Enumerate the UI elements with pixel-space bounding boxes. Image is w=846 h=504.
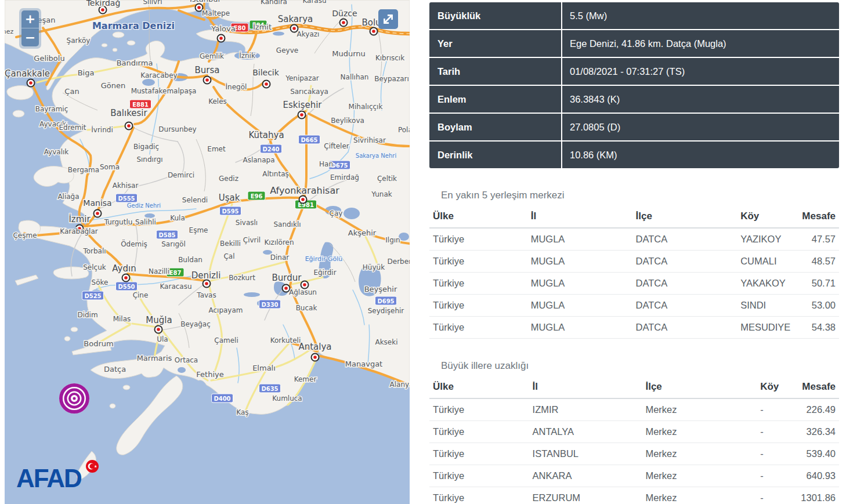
detail-label: Tarih [429, 58, 562, 86]
table-cell: Merkez [642, 421, 757, 443]
map-label: Bigadiç [133, 143, 159, 151]
table-cell: Türkiye [429, 421, 529, 443]
table-cell: YAZIKOY [737, 229, 798, 251]
road-badge: D595 [220, 206, 241, 215]
map-label: Bandırma [117, 59, 153, 67]
map-label: Muğla [146, 315, 172, 325]
road-badge: D635 [259, 384, 281, 393]
map-label: Akşehir [348, 229, 377, 237]
map-label: Sarıcakaya [290, 88, 328, 96]
svg-text:D585: D585 [158, 232, 175, 238]
table-cell: 47.57 [798, 229, 839, 251]
table-cell: Türkiye [429, 229, 527, 251]
quake-detail-table: Büyüklük5.5 (Mw)YerEge Denizi, 41.86 km.… [429, 2, 839, 168]
map-label: Çine [133, 291, 149, 299]
table-cell: 53.00 [798, 295, 839, 317]
detail-value: 01/08/2021 - 07:31:27 (TS) [562, 58, 839, 86]
nearest-settlements-table: ÜlkeİlİlçeKöyMesafeTürkiyeMUGLADATCAYAZI… [429, 205, 839, 339]
fullscreen-button[interactable] [378, 9, 398, 29]
table-row: TürkiyeERZURUMMerkez-1301.86 [429, 487, 839, 504]
table-cell: Merkez [642, 399, 757, 421]
table-cell: DATCA [632, 295, 737, 317]
table-cell: - [757, 443, 797, 465]
road-badge: D400 [212, 394, 233, 403]
map-label: Milas [113, 315, 131, 323]
map-label: Ortaca [175, 356, 198, 364]
map-label: Ula [157, 335, 168, 343]
map-label: Denizli [191, 270, 221, 281]
map-label: Alanya [390, 380, 410, 389]
table-cell: Türkiye [429, 295, 527, 317]
map-label: Kızılören [264, 238, 294, 246]
map-label: Çeltik [377, 175, 397, 183]
map-label: Karasu [302, 0, 326, 5]
map-label: Sivrihisar [353, 136, 386, 144]
table-cell: MUGLA [527, 295, 632, 317]
table-cell: DATCA [632, 273, 737, 295]
quake-info-panel: Büyüklük5.5 (Mw)YerEge Denizi, 41.86 km.… [429, 2, 839, 504]
map-label: Gediz [219, 175, 238, 183]
column-header: Mesafe [798, 205, 839, 229]
map-label: Sındırgı [136, 155, 162, 164]
water-label: Marmara Denizi [92, 20, 175, 31]
map-label: Ödemiş [121, 239, 147, 248]
road-badge: D665 [299, 135, 320, 144]
road-badge: D330 [259, 300, 281, 309]
svg-text:D555: D555 [118, 195, 135, 202]
table-cell: - [757, 487, 797, 504]
table-cell: DATCA [632, 251, 737, 273]
city-marker-Çanakkale [27, 79, 35, 87]
road-badge: D240 [261, 144, 282, 153]
map-label: Mustafakemalpaşa [131, 87, 197, 95]
table-row: TürkiyeISTANBULMerkez-539.40 [429, 443, 839, 465]
detail-value: 5.5 (Mw) [562, 2, 839, 30]
map-label: Bursa [195, 65, 220, 75]
table-cell: ISTANBUL [529, 443, 642, 465]
svg-text:D525: D525 [84, 293, 101, 299]
table-cell: MUGLA [527, 317, 632, 339]
map-label: Çal [223, 252, 234, 260]
table-row: TürkiyeIZMIRMerkez-226.49 [429, 399, 839, 421]
column-header: İl [527, 205, 632, 229]
table-cell: MUGLA [527, 251, 632, 273]
map-label: Mihalıççık [349, 103, 383, 111]
road-badge: D550 [116, 282, 138, 291]
map-label: Derbent [388, 258, 410, 266]
column-header: Mesafe [797, 375, 839, 399]
zoom-out-button[interactable]: − [21, 28, 39, 46]
table-cell: 1301.86 [797, 487, 839, 504]
map-label: Beypazarı [374, 75, 409, 83]
detail-row: Büyüklük5.5 (Mw) [429, 2, 839, 30]
map-label: Soma [100, 163, 120, 171]
map-label: Kumluca [272, 394, 302, 403]
map-label: Yenipazar [285, 74, 319, 82]
city-marker-Denizli [203, 280, 211, 288]
table-cell: CUMALI [737, 251, 798, 273]
map-label: Biga [78, 68, 95, 77]
map-label: Mudurnu [332, 49, 366, 58]
map-label: Yalova [211, 24, 235, 33]
map-label: Sakarya [278, 14, 313, 24]
turkish-flag-icon [85, 459, 99, 473]
table-cell: MUGLA [527, 229, 632, 251]
map-label: Akhisar [113, 182, 139, 190]
table-cell: 640.93 [797, 465, 839, 487]
road-badge: E96 [248, 191, 265, 200]
table-row: TürkiyeANTALYAMerkez-326.34 [429, 421, 839, 443]
zoom-in-button[interactable]: + [21, 10, 39, 28]
map-label: Kemer [294, 375, 317, 383]
map-label: Uşak [219, 193, 240, 203]
svg-text:D240: D240 [262, 146, 279, 153]
nearest-settlements-section: En yakın 5 yerleşim merkezi ÜlkeİlİlçeKö… [429, 190, 839, 339]
map-label: Tekirdağ [86, 0, 121, 8]
map-label: Ayvalık [44, 148, 69, 156]
map-canvas[interactable]: E84E80E881E96E981E87D555D595D240D665D675… [5, 0, 410, 504]
map-label: Eğirdir [313, 269, 336, 277]
map-label: Karacabey [140, 71, 177, 79]
table-row: TürkiyeMUGLADATCAYAKAKOY50.71 [429, 273, 839, 295]
city-marker-Aydın [122, 274, 130, 282]
map-label: Selçuk [83, 263, 106, 271]
table-cell: Türkiye [429, 399, 529, 421]
map-label: Maltepe [202, 9, 230, 17]
svg-text:E881: E881 [132, 101, 149, 108]
